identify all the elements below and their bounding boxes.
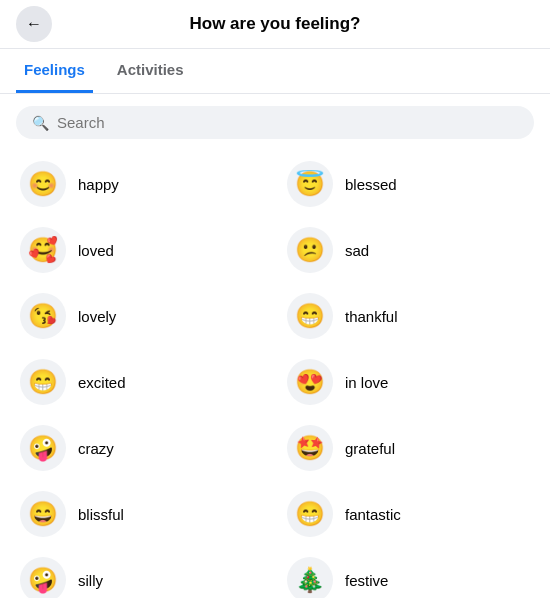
search-icon: 🔍 [32,115,49,131]
feeling-label-blessed: blessed [345,176,397,193]
feeling-item-crazy[interactable]: 🤪 crazy [8,415,275,481]
feeling-item-fantastic[interactable]: 😁 fantastic [275,481,542,547]
emoji-thankful: 😁 [287,293,333,339]
feeling-label-loved: loved [78,242,114,259]
tab-feelings[interactable]: Feelings [16,49,93,93]
feeling-item-blessed[interactable]: 😇 blessed [275,151,542,217]
emoji-in-love: 😍 [287,359,333,405]
feeling-item-blissful[interactable]: 😄 blissful [8,481,275,547]
feeling-label-festive: festive [345,572,388,589]
emoji-grateful: 🤩 [287,425,333,471]
search-container: 🔍 [0,94,550,151]
feeling-label-excited: excited [78,374,126,391]
emoji-happy: 😊 [20,161,66,207]
feeling-item-lovely[interactable]: 😘 lovely [8,283,275,349]
feeling-label-crazy: crazy [78,440,114,457]
feeling-item-in-love[interactable]: 😍 in love [275,349,542,415]
feeling-label-thankful: thankful [345,308,398,325]
emoji-lovely: 😘 [20,293,66,339]
feeling-label-in-love: in love [345,374,388,391]
page-container: ← How are you feeling? Feelings Activiti… [0,0,550,598]
feeling-item-silly[interactable]: 🤪 silly [8,547,275,598]
emoji-sad: 😕 [287,227,333,273]
feeling-label-lovely: lovely [78,308,116,325]
emoji-festive: 🎄 [287,557,333,598]
tab-activities[interactable]: Activities [109,49,192,93]
emoji-loved: 🥰 [20,227,66,273]
emoji-excited: 😁 [20,359,66,405]
feelings-grid: 😊 happy 😇 blessed 🥰 loved 😕 sad 😘 lovely… [0,151,550,598]
feeling-item-loved[interactable]: 🥰 loved [8,217,275,283]
feeling-label-silly: silly [78,572,103,589]
feeling-label-blissful: blissful [78,506,124,523]
emoji-blissful: 😄 [20,491,66,537]
page-title: How are you feeling? [190,14,361,34]
feeling-item-festive[interactable]: 🎄 festive [275,547,542,598]
feeling-item-excited[interactable]: 😁 excited [8,349,275,415]
feeling-label-happy: happy [78,176,119,193]
back-button[interactable]: ← [16,6,52,42]
emoji-crazy: 🤪 [20,425,66,471]
feeling-label-sad: sad [345,242,369,259]
feeling-item-sad[interactable]: 😕 sad [275,217,542,283]
search-box: 🔍 [16,106,534,139]
header: ← How are you feeling? [0,0,550,49]
feeling-item-happy[interactable]: 😊 happy [8,151,275,217]
feeling-label-grateful: grateful [345,440,395,457]
back-icon: ← [26,15,42,33]
emoji-blessed: 😇 [287,161,333,207]
search-input[interactable] [57,114,518,131]
tabs-container: Feelings Activities [0,49,550,94]
emoji-silly: 🤪 [20,557,66,598]
feeling-item-grateful[interactable]: 🤩 grateful [275,415,542,481]
emoji-fantastic: 😁 [287,491,333,537]
feeling-label-fantastic: fantastic [345,506,401,523]
feeling-item-thankful[interactable]: 😁 thankful [275,283,542,349]
